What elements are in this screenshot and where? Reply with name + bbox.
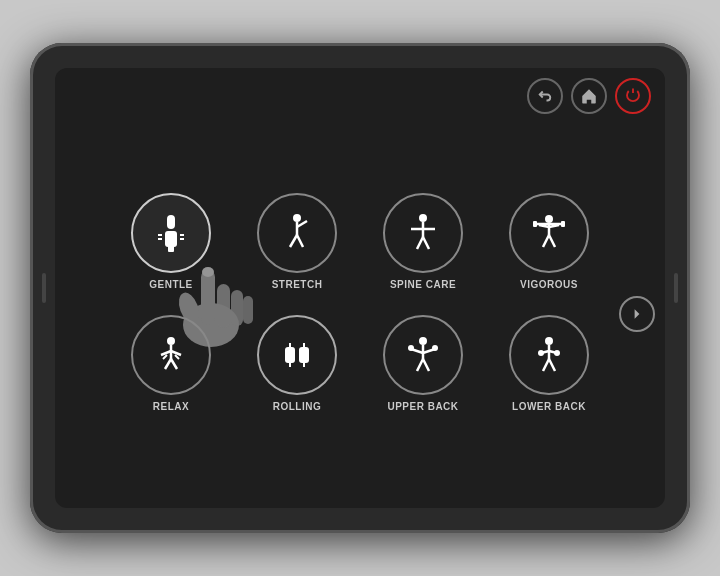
- top-bar: [55, 68, 665, 120]
- upper-back-icon: [401, 333, 445, 377]
- gentle-icon: [149, 211, 193, 255]
- svg-rect-23: [561, 221, 565, 227]
- mode-label-rolling: ROLLING: [273, 401, 322, 412]
- svg-line-52: [543, 359, 549, 371]
- mode-circle-vigorous: [509, 193, 589, 273]
- svg-line-19: [539, 225, 549, 227]
- next-button[interactable]: [619, 296, 655, 332]
- rolling-icon: [275, 333, 319, 377]
- svg-line-25: [549, 235, 555, 247]
- svg-line-44: [417, 359, 423, 371]
- back-button[interactable]: [527, 78, 563, 114]
- svg-line-53: [549, 359, 555, 371]
- mode-item-vigorous[interactable]: VIGOROUS: [494, 193, 604, 303]
- svg-line-28: [161, 351, 171, 355]
- svg-rect-35: [299, 347, 309, 363]
- lower-back-icon: [527, 333, 571, 377]
- mode-label-upper-back: UPPER BACK: [387, 401, 458, 412]
- stretch-icon: [275, 211, 319, 255]
- svg-point-26: [167, 337, 175, 345]
- svg-line-9: [297, 221, 307, 227]
- mode-item-gentle[interactable]: GENTLE: [116, 193, 226, 303]
- svg-line-15: [417, 237, 423, 249]
- mode-circle-relax: [131, 315, 211, 395]
- svg-line-10: [290, 235, 297, 247]
- power-button[interactable]: [615, 78, 651, 114]
- svg-point-7: [293, 214, 301, 222]
- svg-line-33: [175, 355, 179, 359]
- tablet-screen: GENTLE: [55, 68, 665, 508]
- mode-label-spine-care: SPINE CARE: [390, 279, 456, 290]
- spine-care-icon: [401, 211, 445, 255]
- svg-point-47: [432, 345, 438, 351]
- relax-icon: [149, 333, 193, 377]
- mode-circle-lower-back: [509, 315, 589, 395]
- mode-item-lower-back[interactable]: LOWER BACK: [494, 315, 604, 425]
- mode-label-stretch: STRETCH: [272, 279, 323, 290]
- mode-circle-upper-back: [383, 315, 463, 395]
- svg-point-46: [408, 345, 414, 351]
- svg-line-29: [171, 351, 181, 355]
- svg-rect-22: [533, 221, 537, 227]
- grid-area: GENTLE: [55, 120, 665, 508]
- svg-point-48: [545, 337, 553, 345]
- mode-label-relax: RELAX: [153, 401, 189, 412]
- svg-line-45: [423, 359, 429, 371]
- mode-item-relax[interactable]: RELAX: [116, 315, 226, 425]
- svg-point-55: [554, 350, 560, 356]
- home-button[interactable]: [571, 78, 607, 114]
- svg-line-30: [165, 359, 171, 369]
- mode-grid: GENTLE: [116, 193, 604, 425]
- mode-circle-spine-care: [383, 193, 463, 273]
- svg-line-16: [423, 237, 429, 249]
- svg-line-20: [549, 225, 559, 227]
- vigorous-icon: [527, 211, 571, 255]
- mode-circle-gentle: [131, 193, 211, 273]
- svg-rect-1: [165, 231, 177, 247]
- svg-rect-34: [285, 347, 295, 363]
- svg-point-54: [538, 350, 544, 356]
- tablet: GENTLE: [30, 43, 690, 533]
- svg-rect-6: [168, 246, 174, 252]
- mode-item-spine-care[interactable]: SPINE CARE: [368, 193, 478, 303]
- mode-circle-stretch: [257, 193, 337, 273]
- svg-line-24: [543, 235, 549, 247]
- mode-label-vigorous: VIGOROUS: [520, 279, 578, 290]
- svg-line-32: [163, 355, 167, 359]
- mode-item-upper-back[interactable]: UPPER BACK: [368, 315, 478, 425]
- svg-point-17: [545, 215, 553, 223]
- mode-item-stretch[interactable]: STRETCH: [242, 193, 352, 303]
- svg-rect-0: [167, 215, 175, 229]
- svg-point-40: [419, 337, 427, 345]
- svg-line-11: [297, 235, 303, 247]
- mode-label-lower-back: LOWER BACK: [512, 401, 586, 412]
- svg-line-31: [171, 359, 177, 369]
- mode-circle-rolling: [257, 315, 337, 395]
- mode-label-gentle: GENTLE: [149, 279, 193, 290]
- mode-item-rolling[interactable]: ROLLING: [242, 315, 352, 425]
- svg-point-12: [419, 214, 427, 222]
